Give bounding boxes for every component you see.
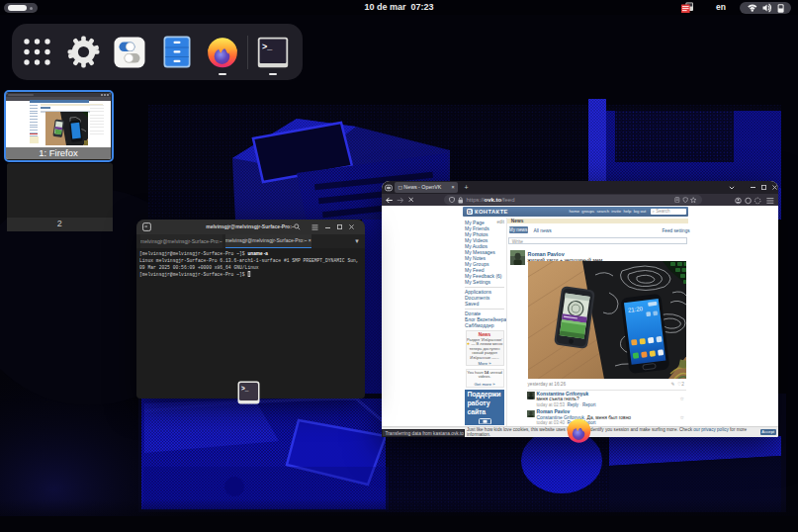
svg-text:>_: >_	[262, 42, 273, 51]
svg-text:>_: >_	[241, 385, 249, 392]
